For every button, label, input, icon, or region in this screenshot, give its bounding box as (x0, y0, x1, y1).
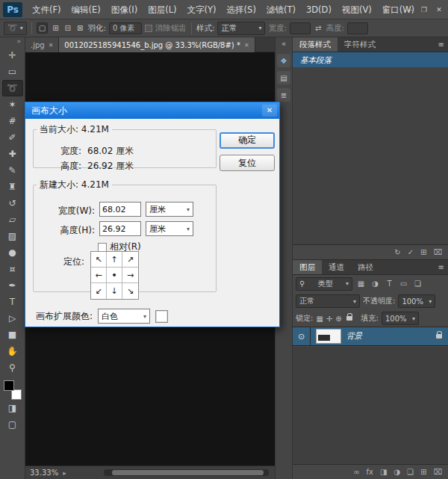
quick-mask-button[interactable]: ◨ (2, 400, 23, 416)
history-brush-tool[interactable]: ↺ (2, 195, 23, 211)
style-select[interactable]: 正常 ▾ (217, 22, 265, 35)
menu-view[interactable]: 视图(V) (337, 0, 377, 19)
dodge-tool[interactable]: ¤ (2, 261, 23, 277)
anchor-cell-top-right[interactable]: ↗ (122, 252, 138, 268)
antialias-checkbox[interactable] (145, 25, 152, 32)
zoom-level[interactable]: 33.33% (30, 469, 58, 477)
swap-dimensions-icon[interactable]: ⇄ (314, 23, 323, 33)
document-tab-inactive[interactable]: .jpg ✕ (25, 37, 59, 52)
foreground-color-swatch[interactable] (4, 380, 14, 391)
feather-input[interactable]: 0 像素 (109, 22, 142, 34)
collapsed-panel-icon-3[interactable]: ≣ (277, 88, 290, 102)
anchor-cell-left[interactable]: ← (91, 268, 107, 283)
subtract-from-selection-icon[interactable]: ⊟ (63, 23, 72, 33)
lock-transparency-icon[interactable]: ▦ (316, 315, 323, 323)
horizontal-scrollbar[interactable] (104, 469, 269, 476)
spot-healing-brush-tool[interactable]: ✚ (2, 146, 23, 162)
layer-effects-icon[interactable]: fx (366, 468, 373, 476)
height-unit-select[interactable]: 厘米 ▾ (146, 221, 193, 236)
lock-pixels-icon[interactable]: ✛ (326, 315, 332, 323)
minimize-button[interactable]: — (402, 2, 417, 17)
shape-tool[interactable]: ■ (2, 327, 23, 343)
add-to-selection-icon[interactable]: ⊞ (51, 23, 60, 33)
magic-wand-tool[interactable]: ✶ (2, 96, 23, 113)
expand-panels-icon[interactable]: « (281, 40, 286, 50)
close-icon[interactable]: ✕ (244, 42, 249, 49)
type-tool[interactable]: T (2, 294, 23, 310)
new-height-input[interactable] (99, 221, 141, 236)
filter-pixel-layers-icon[interactable]: ▦ (355, 279, 367, 288)
dialog-title-bar[interactable]: 画布大小 ✕ (25, 102, 279, 119)
anchor-cell-right[interactable]: → (122, 268, 138, 283)
eyedropper-tool[interactable]: ✐ (2, 129, 23, 146)
visibility-toggle[interactable]: ⊙ (293, 327, 311, 345)
extension-color-swatch[interactable] (155, 310, 168, 323)
filter-adjustment-layers-icon[interactable]: ◑ (370, 279, 381, 288)
document-tab-active[interactable]: 0012025185941546_b.jpg @ 33.3%(RGB/8#) *… (59, 37, 255, 52)
anchor-cell-center[interactable]: • (107, 268, 122, 283)
anchor-cell-top[interactable]: ↑ (107, 252, 122, 268)
panel-menu-icon[interactable]: ≡ (438, 260, 444, 274)
close-window-button[interactable]: ✕ (432, 2, 447, 17)
reset-button[interactable]: 复位 (220, 155, 275, 171)
filter-shape-layers-icon[interactable]: ▭ (398, 279, 409, 288)
tab-paragraph-styles[interactable]: 段落样式 (293, 37, 337, 52)
new-selection-icon[interactable]: ▢ (37, 22, 48, 34)
document-info-icon[interactable]: ▸ (63, 469, 66, 477)
crop-tool[interactable]: # (2, 113, 23, 129)
lasso-tool[interactable]: ➰ (2, 80, 23, 96)
eraser-tool[interactable]: ▱ (2, 211, 23, 228)
extension-color-select[interactable]: 白色 ▾ (98, 309, 150, 324)
menu-select[interactable]: 选择(S) (222, 0, 261, 19)
collapsed-panel-icon-1[interactable]: ❖ (277, 54, 290, 67)
scrollbar-thumb[interactable] (112, 470, 264, 475)
restore-button[interactable]: ❐ (417, 2, 432, 17)
anchor-cell-top-left[interactable]: ↖ (91, 252, 107, 268)
menu-file[interactable]: 文件(F) (27, 0, 66, 19)
hand-tool[interactable]: ✋ (2, 343, 23, 359)
panel-menu-icon[interactable]: ≡ (438, 37, 444, 52)
filter-smart-objects-icon[interactable]: ❏ (412, 279, 423, 288)
menu-type[interactable]: 文字(Y) (182, 0, 222, 19)
menu-layer[interactable]: 图层(L) (143, 0, 181, 19)
menu-filter[interactable]: 滤镜(T) (261, 0, 301, 19)
blur-tool[interactable]: ● (2, 244, 23, 261)
pen-tool[interactable]: ✒ (2, 277, 23, 294)
screen-mode-button[interactable]: ▢ (2, 416, 23, 433)
fill-select[interactable]: 100% ▾ (382, 312, 419, 325)
intersect-selection-icon[interactable]: ⊠ (75, 23, 84, 33)
path-selection-tool[interactable]: ▷ (2, 310, 23, 327)
tab-paths[interactable]: 路径 (351, 260, 380, 274)
zoom-tool[interactable]: ⚲ (2, 359, 23, 376)
anchor-cell-bottom-right[interactable]: ↘ (122, 283, 138, 299)
close-icon[interactable]: ✕ (49, 42, 54, 49)
anchor-cell-bottom-left[interactable]: ↙ (91, 283, 107, 299)
tool-preset-picker[interactable]: ➰ ▾ (4, 22, 27, 35)
lock-all-icon[interactable] (346, 316, 352, 321)
tab-layers[interactable]: 图层 (293, 260, 322, 274)
delete-layer-icon[interactable]: ⌧ (433, 468, 442, 476)
width-unit-select[interactable]: 厘米 ▾ (146, 202, 193, 217)
new-layer-icon[interactable]: ⊞ (420, 468, 426, 476)
layer-row-background[interactable]: ⊙ 背景 (293, 327, 448, 346)
delete-style-icon[interactable]: ⌧ (433, 248, 442, 256)
tab-channels[interactable]: 通道 (322, 260, 351, 274)
relative-checkbox[interactable] (98, 243, 107, 252)
gradient-tool[interactable]: ▨ (2, 228, 23, 244)
menu-image[interactable]: 图像(I) (106, 0, 143, 19)
layer-thumbnail[interactable] (316, 329, 341, 344)
rectangular-marquee-tool[interactable]: ▭ (2, 64, 23, 80)
menu-3d[interactable]: 3D(D) (301, 0, 337, 19)
filter-type-layers-icon[interactable]: T (384, 279, 395, 288)
menu-edit[interactable]: 编辑(E) (66, 0, 106, 19)
brush-tool[interactable]: ✎ (2, 162, 23, 179)
height-input[interactable] (347, 22, 368, 34)
filter-kind-select[interactable]: ⚲ 类型 ▾ (296, 277, 352, 291)
style-item-basic-paragraph[interactable]: 基本段落 (293, 52, 448, 67)
adjustment-layer-icon[interactable]: ◑ (393, 468, 400, 476)
collapsed-panel-icon-2[interactable]: ▤ (277, 71, 290, 84)
anchor-cell-bottom[interactable]: ↓ (107, 283, 122, 299)
blend-mode-select[interactable]: 正常 ▾ (296, 294, 360, 308)
clone-stamp-tool[interactable]: ♜ (2, 179, 23, 195)
layer-mask-icon[interactable]: ◨ (380, 468, 387, 476)
